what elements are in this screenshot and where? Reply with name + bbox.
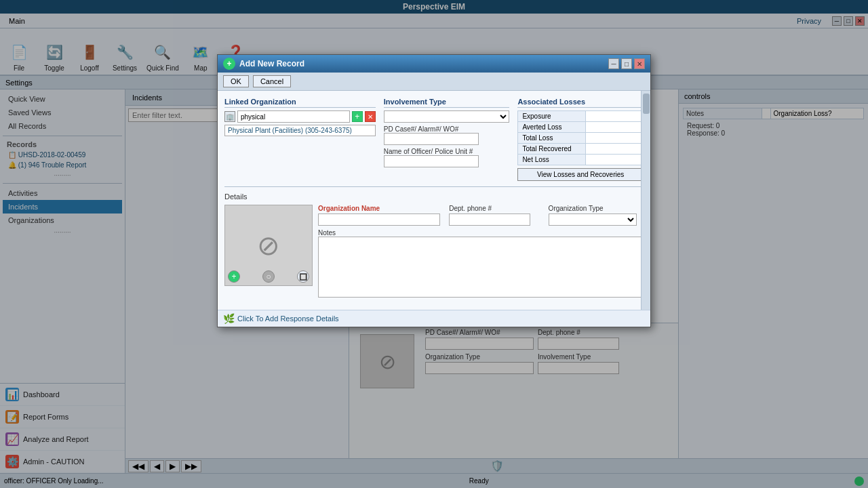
averted-loss-label: Averted Loss <box>518 122 586 133</box>
pd-case-modal-input[interactable] <box>384 133 479 145</box>
org-dropdown[interactable]: Physical Plant (Facilities) (305-243-637… <box>224 125 376 136</box>
total-recovered-value <box>586 144 644 155</box>
modal-title-left: + Add New Record <box>223 58 304 70</box>
notes-label: Notes <box>318 229 336 237</box>
dept-phone-field: Dept. phone # <box>449 205 544 226</box>
photo-area: ⊘ + ○ 🔲 <box>224 205 313 286</box>
linked-org-title: Linked Organization <box>224 98 376 108</box>
add-response-label: Click To Add Response Details <box>237 314 339 323</box>
details-title: Details <box>224 192 644 201</box>
org-add-btn[interactable]: + <box>352 111 363 122</box>
total-recovered-label: Total Recovered <box>518 144 586 155</box>
associated-losses-section: Associated Losses Exposure Averted Loss <box>517 98 644 181</box>
exposure-value <box>586 111 644 122</box>
pd-case-modal-label: PD Case#/ Alarm#/ WO# <box>384 125 510 133</box>
photo-remove-btn[interactable]: ○ <box>262 270 275 283</box>
linked-org-section: Linked Organization 🏢 + ✕ Physical Plant… <box>224 98 376 181</box>
modal-content: Linked Organization 🏢 + ✕ Physical Plant… <box>218 91 650 310</box>
modal-scroll-thumb <box>643 94 650 114</box>
modal-content-wrapper: Linked Organization 🏢 + ✕ Physical Plant… <box>218 91 650 310</box>
officer-name-group: Name of Officer/ Police Unit # <box>384 148 510 167</box>
net-loss-value <box>586 155 644 165</box>
details-fields: Organization Name Dept. phone # Organiza… <box>318 205 644 299</box>
averted-loss-value <box>586 122 644 133</box>
involvement-section: PD Case#/ Alarm#/ WO# Name of Officer/ P… <box>384 110 510 167</box>
details-section: Details ⊘ + ○ 🔲 <box>224 186 644 299</box>
org-details-row: Organization Name Dept. phone # Organiza… <box>318 205 644 226</box>
modal-action-bar: OK Cancel <box>218 73 650 91</box>
org-type-modal-label: Organization Type <box>549 205 644 212</box>
notes-textarea[interactable] <box>318 237 644 298</box>
modal-restore-btn[interactable]: □ <box>621 58 632 69</box>
modal-close-btn[interactable]: ✕ <box>634 58 645 69</box>
dept-phone-modal-label: Dept. phone # <box>449 205 544 212</box>
org-icon: 🏢 <box>224 111 235 122</box>
org-type-field: Organization Type <box>549 205 644 226</box>
losses-table: Exposure Averted Loss Total Loss <box>517 110 644 165</box>
org-clear-btn[interactable]: ✕ <box>365 111 376 122</box>
modal-ok-btn[interactable]: OK <box>223 75 249 87</box>
total-recovered-row: Total Recovered <box>518 144 644 155</box>
photo-view-btn[interactable]: 🔲 <box>297 270 309 283</box>
modal-minimize-btn[interactable]: ─ <box>608 58 619 69</box>
dept-phone-modal-input[interactable] <box>449 214 530 226</box>
add-new-record-modal: + Add New Record ─ □ ✕ OK Cancel Linked … <box>217 54 651 327</box>
photo-placeholder: ⊘ <box>257 230 280 261</box>
modal-top-row: Linked Organization 🏢 + ✕ Physical Plant… <box>224 98 644 181</box>
officer-name-label: Name of Officer/ Police Unit # <box>384 148 510 155</box>
modal-cancel-btn[interactable]: Cancel <box>253 75 291 87</box>
add-response-icon: 🌿 <box>223 313 235 324</box>
total-loss-label: Total Loss <box>518 133 586 144</box>
exposure-row: Exposure <box>518 111 644 122</box>
involvement-type-section: Involvement Type PD Case#/ Alarm#/ WO# N… <box>384 98 510 181</box>
pd-case-group: PD Case#/ Alarm#/ WO# <box>384 125 510 145</box>
modal-titlebar: + Add New Record ─ □ ✕ <box>218 55 650 73</box>
modal-controls: ─ □ ✕ <box>608 58 645 69</box>
modal-scrollbar[interactable] <box>641 91 650 310</box>
modal-title-icon: + <box>223 58 235 70</box>
linked-org-input[interactable] <box>237 110 350 123</box>
net-loss-label: Net Loss <box>518 155 586 165</box>
modal-overlay: + Add New Record ─ □ ✕ OK Cancel Linked … <box>0 0 868 488</box>
modal-title: Add New Record <box>239 59 304 68</box>
add-response-bar[interactable]: 🌿 Click To Add Response Details <box>218 310 650 327</box>
photo-tools: + ○ 🔲 <box>228 270 309 283</box>
exposure-label: Exposure <box>518 111 586 122</box>
details-row: ⊘ + ○ 🔲 Organization Name <box>224 205 644 299</box>
notes-group: Notes <box>318 228 644 299</box>
associated-losses-title: Associated Losses <box>517 98 644 108</box>
net-loss-row: Net Loss <box>518 155 644 165</box>
org-name-input[interactable] <box>318 214 440 226</box>
org-name-label: Organization Name <box>318 205 445 212</box>
linked-org-input-row: 🏢 + ✕ <box>224 110 376 123</box>
averted-loss-row: Averted Loss <box>518 122 644 133</box>
org-type-modal-select[interactable] <box>549 214 637 226</box>
view-losses-btn[interactable]: View Losses and Recoveries <box>517 168 644 181</box>
total-loss-row: Total Loss <box>518 133 644 144</box>
org-name-field: Organization Name <box>318 205 445 226</box>
linked-org-area: 🏢 + ✕ Physical Plant (Facilities) (305-2… <box>224 110 376 136</box>
total-loss-value <box>586 133 644 144</box>
officer-name-input[interactable] <box>384 155 479 167</box>
involvement-type-select[interactable] <box>384 110 510 123</box>
involvement-type-title: Involvement Type <box>384 98 510 108</box>
photo-add-btn[interactable]: + <box>228 270 240 283</box>
